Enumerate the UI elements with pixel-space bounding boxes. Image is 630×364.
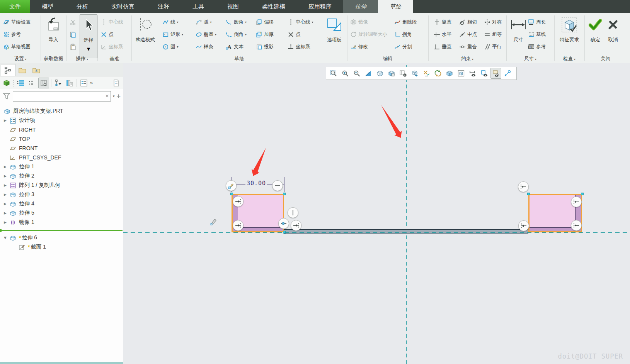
symmetry-constraint-badge[interactable] <box>233 196 243 207</box>
tab-model[interactable]: 模型 <box>30 0 65 13</box>
tree-item-extrude-3[interactable]: ▶ 拉伸 3 <box>0 190 123 199</box>
perimeter-button[interactable]: 周长 <box>528 17 546 27</box>
vertex-dot[interactable] <box>527 193 530 195</box>
expand-arrow[interactable]: ▶ <box>4 174 10 178</box>
expand-arrow[interactable]: ▶ <box>4 183 10 187</box>
tree-item-csys[interactable]: PRT_CSYS_DEF <box>0 153 123 162</box>
tab-sketch-active[interactable]: 草绘 <box>378 0 413 13</box>
tree-item-extrude-1[interactable]: ▶ 拉伸 1 <box>0 162 123 171</box>
vertex-dot[interactable] <box>230 193 233 195</box>
vertex-dot[interactable] <box>581 193 584 195</box>
show-model-button[interactable] <box>2 78 12 88</box>
datum-display-button[interactable] <box>421 68 432 79</box>
chamfer-button[interactable]: 倒角 ▾ <box>226 29 247 39</box>
ellipse-dropdown-caret[interactable]: ▾ <box>215 33 216 36</box>
arc-button[interactable]: 弧 ▾ <box>196 17 212 27</box>
zoom-out-button[interactable] <box>351 68 362 79</box>
expand-arrow[interactable]: ▶ <box>4 211 10 215</box>
reference-dim-button[interactable]: REF 参考 <box>528 42 546 52</box>
tree-settings-button[interactable] <box>79 78 89 88</box>
symmetry-constraint-badge[interactable] <box>291 220 301 231</box>
circle-dropdown-caret[interactable]: ▾ <box>177 45 179 49</box>
tree-search-input[interactable] <box>13 92 111 100</box>
dimension-display-button[interactable] <box>467 68 478 79</box>
tab-tools[interactable]: 工具 <box>181 0 216 13</box>
rectangle-dropdown-caret[interactable]: ▾ <box>182 33 183 36</box>
baseline-button[interactable]: 基线 <box>528 29 546 39</box>
vertical-constraint-badge[interactable] <box>288 207 298 218</box>
dimension-button[interactable]: 尺寸 <box>509 14 527 58</box>
tab-live-simulation[interactable]: 实时仿真 <box>100 0 146 13</box>
constraint-symmetric-button[interactable]: 对称 <box>484 17 502 27</box>
group-label-setup[interactable]: 设置▾ <box>0 56 41 62</box>
tree-notes-button[interactable] <box>111 78 121 88</box>
feature-requirements-button[interactable]: 特征要求 <box>557 14 581 58</box>
saved-views-capture-button[interactable] <box>398 68 409 79</box>
tree-item-plane-right[interactable]: RIGHT <box>0 125 123 134</box>
shaded-display-button[interactable] <box>444 68 455 79</box>
sketch-centerline-button[interactable]: 中心线 ▾ <box>288 17 313 27</box>
modify-button[interactable]: 修改 <box>350 42 368 52</box>
insert-here-separator[interactable] <box>2 230 123 231</box>
delete-segment-button[interactable]: 删除段 <box>394 17 417 27</box>
perspective-view-button[interactable] <box>456 68 467 79</box>
sketch-setup-button[interactable]: 草绘设置 <box>3 17 31 27</box>
thicken-button[interactable]: 加厚 <box>256 29 274 39</box>
line-button[interactable]: 线 ▾ <box>162 17 179 27</box>
sketch-orientation-button[interactable] <box>432 68 443 79</box>
coincident-constraint-badge[interactable] <box>278 218 289 229</box>
references-button[interactable]: 参考 <box>3 29 21 39</box>
clear-search-icon[interactable]: ✕ <box>105 93 109 99</box>
expand-arrow[interactable]: ▶ <box>4 202 10 206</box>
view-manager-button[interactable] <box>409 68 420 79</box>
offset-button[interactable]: 偏移 <box>256 17 274 27</box>
symmetry-constraint-badge[interactable] <box>571 220 582 231</box>
tab-file[interactable]: 文件 <box>0 0 30 13</box>
tree-item-extrude-6-active[interactable]: ▼ * 拉伸 6 <box>0 233 123 242</box>
rectangle-button[interactable]: 矩形 ▾ <box>162 29 183 39</box>
existing-edge-geometry[interactable] <box>284 229 528 234</box>
ok-button[interactable]: 确定 <box>587 14 604 58</box>
corner-button[interactable]: 拐角 <box>394 29 412 39</box>
constraint-parallel-button[interactable]: 平行 <box>484 42 502 52</box>
horizontal-centerline[interactable] <box>123 232 630 233</box>
constraint-midpoint-button[interactable]: 中点 <box>459 29 477 39</box>
vertical-centerline[interactable] <box>406 65 407 364</box>
sketch-view-button[interactable]: 草绘视图 <box>3 42 31 52</box>
expand-arrow[interactable]: ▶ <box>4 165 10 169</box>
cut-button[interactable] <box>70 17 76 27</box>
group-label-inspect[interactable]: 检查▾ <box>554 56 584 62</box>
select-dropdown-caret[interactable]: ▾ <box>87 45 90 52</box>
datum-csys-button[interactable]: 坐标系 <box>100 42 123 52</box>
tab-view[interactable]: 视图 <box>216 0 250 13</box>
zoom-in-button[interactable] <box>340 68 351 79</box>
ellipse-button[interactable]: 椭圆 ▾ <box>196 29 216 39</box>
annotation-display-button[interactable] <box>490 68 501 79</box>
divide-button[interactable]: 分割 <box>394 42 412 52</box>
tree-item-extrude-2[interactable]: ▶ 拉伸 2 <box>0 171 123 181</box>
constraint-coincident-button[interactable]: 重合 <box>459 42 477 52</box>
mirror-button[interactable]: 镜像 <box>350 17 368 27</box>
tree-item-pattern-1[interactable]: ▶ 阵列 1 / 复制几何 <box>0 181 123 190</box>
tree-collapse-button[interactable] <box>27 78 37 88</box>
zoom-fit-button[interactable] <box>328 68 339 79</box>
spline-button[interactable]: 样条 <box>196 42 213 52</box>
tree-columns-button[interactable] <box>38 78 49 88</box>
toolbar-overflow-button[interactable]: » <box>90 80 92 86</box>
tab-applications[interactable]: 应用程序 <box>297 0 343 13</box>
tree-item-design-items[interactable]: ▶ 设计项 <box>0 116 123 125</box>
tree-item-extrude-4[interactable]: ▶ 拉伸 4 <box>0 199 123 208</box>
constraint-perpendicular-button[interactable]: 垂直 <box>434 42 451 52</box>
tree-item-plane-front[interactable]: FRONT <box>0 144 123 153</box>
constraint-tangent-button[interactable]: 相切 <box>459 17 477 27</box>
arc-dropdown-caret[interactable]: ▾ <box>210 20 212 24</box>
weak-dimension-badge[interactable] <box>272 180 283 191</box>
constraint-equal-button[interactable]: 相等 <box>484 29 502 39</box>
fillet-button[interactable]: 圆角 ▾ <box>226 17 247 27</box>
datum-point-button[interactable]: 点 <box>100 29 114 39</box>
datum-centerline-button[interactable]: 中心线 <box>100 17 123 27</box>
vertex-dot[interactable] <box>283 231 286 234</box>
chamfer-dropdown-caret[interactable]: ▾ <box>245 33 247 36</box>
construction-mode-button[interactable]: 构造模式 <box>135 14 156 58</box>
tree-item-extrude-5[interactable]: ▶ 拉伸 5 <box>0 208 123 218</box>
